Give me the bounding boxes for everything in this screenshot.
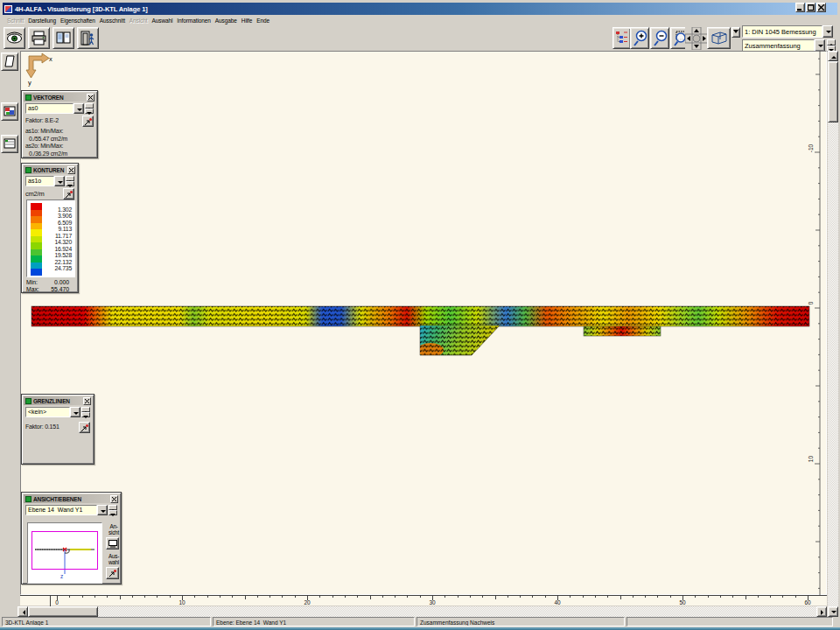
grenzlinien-factor-button[interactable] <box>79 422 90 433</box>
ruler-tick <box>382 596 383 598</box>
v-ruler-label: 0 <box>808 295 814 312</box>
book-icon <box>55 30 72 46</box>
ansicht-close-button[interactable] <box>110 495 118 503</box>
maximize-button[interactable] <box>806 3 816 12</box>
ebene-spinner[interactable] <box>108 505 117 515</box>
vektoren-combo-arrow[interactable] <box>74 103 84 114</box>
konturen-unit-button[interactable] <box>63 188 74 200</box>
print-button[interactable] <box>28 27 50 49</box>
tree-view-button[interactable] <box>612 27 631 49</box>
horizontal-scrollbar[interactable] <box>18 606 827 617</box>
close-icon <box>85 399 89 403</box>
palette-icon <box>25 496 32 502</box>
design-combo-arrow[interactable] <box>822 25 833 38</box>
scroll-left-button[interactable] <box>18 606 28 617</box>
konturen-spinner[interactable] <box>66 176 74 186</box>
h-ruler-label: 40 <box>554 599 560 606</box>
scroll-down-button[interactable] <box>828 606 838 617</box>
menu-auswahl[interactable]: Auswahl <box>151 18 172 24</box>
vektoren-combo[interactable]: as0 <box>25 103 74 114</box>
konturen-close-button[interactable] <box>67 166 75 174</box>
close-button[interactable] <box>816 3 826 12</box>
ebene-combo[interactable]: Ebene 14 Wand Y1 <box>25 505 97 515</box>
ruler-tick <box>520 596 521 598</box>
plane-preview[interactable]: z <box>27 522 102 584</box>
ruler-tick <box>69 596 70 598</box>
result-combo[interactable]: Zusammenfassung <box>742 39 825 52</box>
vektoren-title-bar[interactable]: VEKTOREN <box>24 93 95 102</box>
ruler-tick <box>420 596 421 598</box>
ansicht-button[interactable] <box>106 537 119 550</box>
result-combo-spinner[interactable] <box>827 39 836 52</box>
vektoren-palette: VEKTOREN as0 Faktor: 8.E-2 as1o: Min/Max… <box>21 90 98 158</box>
ruler-tick <box>132 596 133 598</box>
page-tool-button[interactable] <box>1 52 18 71</box>
pan-control[interactable] <box>685 27 708 50</box>
view-cube-button[interactable] <box>707 27 731 49</box>
vertical-scrollbar[interactable] <box>828 51 838 617</box>
menu-ausgabe[interactable]: Ausgabe <box>215 18 237 24</box>
menu-eigenschaften[interactable]: Eigenschaften <box>60 18 95 24</box>
sheet-icon <box>4 55 16 68</box>
auswahl-button[interactable] <box>106 567 119 579</box>
menu-bar: SchnittDarstellungEigenschaftenAusschnit… <box>3 15 837 26</box>
view-cube-dropdown[interactable] <box>732 27 740 38</box>
preview-button[interactable] <box>4 27 25 49</box>
konturen-title-bar[interactable]: KONTUREN <box>24 165 76 174</box>
menu-ende[interactable]: Ende <box>256 18 270 24</box>
grenzlinien-combo-arrow[interactable] <box>70 407 80 417</box>
ruler-tick <box>695 596 696 598</box>
grenzlinien-title: GRENZLINIEN <box>33 398 70 404</box>
ruler-tick <box>770 596 771 598</box>
ruler-tick <box>482 596 483 598</box>
vektoren-spinner[interactable] <box>85 103 94 114</box>
ruler-tick <box>282 596 283 598</box>
menu-informationen[interactable]: Informationen <box>177 18 210 24</box>
vektoren-close-button[interactable] <box>87 94 94 102</box>
vektoren-info-3: as2o: Min/Max: <box>25 143 94 150</box>
menu-hilfe[interactable]: Hilfe <box>242 18 253 24</box>
info-tool-button[interactable] <box>1 135 18 153</box>
design-combo-value[interactable]: 1: DIN 1045 Bemessung <box>742 25 822 38</box>
scale-max-row: Max:55.470 <box>26 286 76 293</box>
v-scroll-thumb[interactable] <box>828 61 838 122</box>
scale-value: 14.320 <box>44 239 72 245</box>
status-plane: Ebene: Ebene 14 Wand Y1 <box>213 617 415 626</box>
vektoren-factor-button[interactable] <box>82 116 94 127</box>
zoom-out-button[interactable] <box>650 27 669 49</box>
konturen-combo-arrow[interactable] <box>54 176 65 186</box>
ansicht-title-bar[interactable]: ANSICHT/EBENEN <box>24 494 119 503</box>
menu-ausschnitt[interactable]: Ausschnitt <box>100 18 125 24</box>
zoom-in-button[interactable] <box>630 27 649 49</box>
title-bar: 4H-ALFA - Visualisierung [3D-KTL Anlage … <box>3 3 837 15</box>
design-combo[interactable]: 1: DIN 1045 Bemessung <box>742 25 833 38</box>
ruler-tick <box>720 596 721 598</box>
grenzlinien-close-button[interactable] <box>83 397 91 405</box>
result-combo-value[interactable]: Zusammenfassung <box>742 39 815 52</box>
scroll-up-button[interactable] <box>828 51 838 61</box>
konturen-combo[interactable]: as1o <box>25 176 54 186</box>
ruler-tick <box>94 596 95 598</box>
menu-darstellung[interactable]: Darstellung <box>28 18 56 24</box>
scale-swatch <box>31 249 42 256</box>
ruler-tick <box>220 596 220 598</box>
minimize-button[interactable] <box>795 3 805 12</box>
grenzlinien-spinner[interactable] <box>81 407 90 417</box>
horizontal-ruler: 0102030405060 <box>20 595 827 606</box>
ansicht-ebenen-palette: ANSICHT/EBENEN Ebene 14 Wand Y1 z An-sic… <box>21 492 122 584</box>
ruler-tick <box>532 596 533 598</box>
ansicht-title: ANSICHT/EBENEN <box>33 496 81 502</box>
render-tool-button[interactable] <box>1 102 18 121</box>
ebene-combo-arrow[interactable] <box>97 505 108 515</box>
status-result: Zusammenfassung Nachweis <box>416 617 625 626</box>
zoom-in-icon <box>633 30 648 47</box>
grenzlinien-combo[interactable]: <kein> <box>25 407 70 417</box>
grenzlinien-title-bar[interactable]: GRENZLINIEN <box>24 396 92 405</box>
report-button[interactable] <box>52 27 74 49</box>
result-combo-arrow[interactable] <box>815 39 825 52</box>
exit-button[interactable] <box>77 27 99 49</box>
h-scroll-thumb[interactable] <box>28 606 98 617</box>
ruler-tick <box>319 596 320 598</box>
wall-contour-band <box>32 306 809 357</box>
scroll-right-button[interactable] <box>816 606 827 617</box>
